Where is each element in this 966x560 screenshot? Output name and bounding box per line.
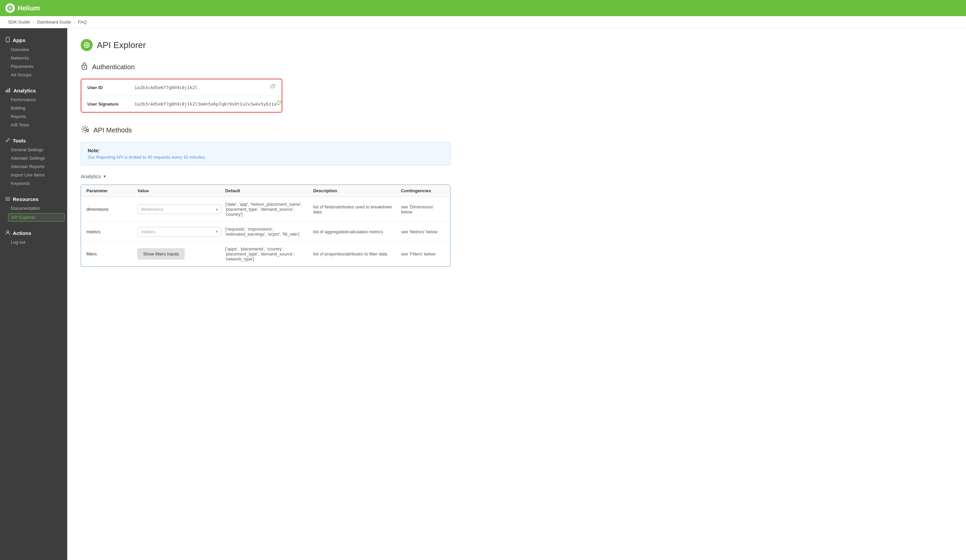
svg-point-12 [7,231,9,233]
desc-filters: list of properties/attributes to filter … [313,251,397,256]
sidebar-actions-label: Actions [13,230,31,236]
api-table-header: Parameter Value Default Description Cont… [81,185,450,197]
svg-rect-7 [9,88,10,92]
auth-credentials-box: User ID 1a2b3c4d5e6f7g8h9i0j1k2l User Si… [80,79,283,113]
sidebar-item-overview[interactable]: Overview [0,45,67,54]
api-methods-title: API Methods [94,126,132,134]
chevron-down-icon: ▾ [104,174,106,179]
note-text: Our Reporting API is limited to 40 reque… [88,154,444,160]
user-icon [5,230,10,236]
link-icon-sig[interactable] [277,100,282,107]
table-row-filters: filters Show filters Inputs ['apps', 'pl… [81,242,450,266]
sidebar-item-api-explorer[interactable]: API Explorer [8,213,64,222]
gear-icon [80,125,89,135]
value-filters[interactable]: Show filters Inputs [138,248,221,259]
cont-metrics: see 'Metrics' below [401,229,445,234]
analytics-label: Analytics [80,174,101,179]
sidebar-section-header-tools[interactable]: Tools [0,136,67,146]
sidebar-item-general-settings[interactable]: General Settings [0,146,67,154]
wrench-icon [5,138,10,143]
auth-section-title: Authentication [92,63,135,71]
logo-icon [5,3,15,13]
dimensions-select[interactable]: dimensions [138,204,221,214]
show-filters-button[interactable]: Show filters Inputs [138,248,184,259]
sidebar-tools-label: Tools [13,138,26,143]
breadcrumb-sdk-guide[interactable]: SDK Guide [8,20,30,25]
sidebar-item-performance[interactable]: Performance [0,95,67,104]
auth-row-user-id: User ID 1a2b3c4d5e6f7g8h9i0j1k2l [81,79,282,96]
desc-metrics: list of aggregated/calculated metrics [313,229,397,234]
lock-icon [80,62,88,72]
main-content: API Explorer Authentication User ID 1a2b… [67,28,966,560]
sidebar-resources-label: Resources [13,196,39,202]
app-title: Helium [18,4,40,12]
mobile-icon [5,37,10,43]
auth-user-id-label: User ID [87,85,135,90]
sidebar-item-adomain-settings[interactable]: Adomain Settings [0,154,67,163]
svg-rect-6 [7,89,8,92]
value-dimensions[interactable]: dimensions [138,204,221,214]
svg-point-17 [84,67,85,68]
auth-section-heading: Authentication [80,62,953,72]
link-icon-userid[interactable] [270,84,276,91]
breadcrumb-sep-1: › [33,20,34,25]
sidebar-section-header-analytics[interactable]: Analytics [0,86,67,95]
logo: Helium [5,3,40,13]
svg-point-4 [7,41,8,42]
sidebar-item-reports[interactable]: Reports [0,112,67,121]
sidebar-section-header-resources[interactable]: Resources [0,194,67,204]
default-filters: ['apps', 'placements', 'country', 'place… [225,246,309,261]
sidebar-section-header-actions[interactable]: Actions [0,228,67,238]
auth-user-sig-label: User Signature [87,102,135,107]
svg-point-8 [6,141,7,142]
default-dimensions: ['date', 'app', 'helium_placement_name',… [225,202,309,217]
api-table: Parameter Value Default Description Cont… [80,184,450,266]
default-metrics: ['requests', 'impressions', 'estimated_e… [225,227,309,236]
sidebar-item-import-line-items[interactable]: Import Line Items [0,171,67,179]
sidebar-item-documentation[interactable]: Documentation [0,204,67,212]
breadcrumb-faq[interactable]: FAQ [78,20,87,25]
sidebar-item-placements[interactable]: Placements [0,62,67,71]
topbar: Helium [0,0,966,16]
sidebar-item-logout[interactable]: Log out [0,238,67,246]
breadcrumb: SDK Guide › Dashboard Guide › FAQ [0,16,966,28]
breadcrumb-sep-2: › [74,20,75,25]
sidebar-item-keywords[interactable]: Keywords [0,179,67,187]
col-header-value: Value [138,188,221,193]
svg-rect-11 [5,200,10,201]
sidebar: Apps Overview Networks Placements Ad Gro… [0,28,67,560]
param-filters: filters [86,251,133,256]
sidebar-item-bidding[interactable]: Bidding [0,104,67,112]
svg-rect-5 [6,90,7,92]
page-title: API Explorer [97,40,146,51]
sidebar-item-adomain-reports[interactable]: Adomain Reports [0,163,67,171]
sidebar-section-actions: Actions Log out [0,228,67,246]
cont-dimensions: see 'Dimensions' below [401,204,445,214]
analytics-header[interactable]: Analytics ▾ [80,174,953,179]
sidebar-section-header-apps[interactable]: Apps [0,35,67,45]
value-metrics[interactable]: metrics [138,227,221,236]
param-dimensions: dimensions [86,207,133,212]
auth-user-id-value: 1a2b3c4d5e6f7g8h9i0j1k2l [135,85,270,90]
param-metrics: metrics [86,229,133,234]
breadcrumb-dashboard-guide[interactable]: Dashboard Guide [37,20,71,25]
api-explorer-icon [80,39,93,51]
note-box: Note: Our Reporting API is limited to 40… [80,142,450,165]
sidebar-item-ad-groups[interactable]: Ad Groups [0,71,67,79]
svg-rect-9 [5,197,10,198]
sidebar-item-ab-tests[interactable]: A/B Tests [0,121,67,129]
svg-rect-10 [5,199,10,199]
sidebar-item-networks[interactable]: Networks [0,54,67,62]
desc-dimensions: list of fields/attributes used to breakd… [313,204,397,214]
sidebar-analytics-label: Analytics [13,88,36,94]
sidebar-apps-label: Apps [13,37,26,43]
metrics-select[interactable]: metrics [138,227,221,236]
auth-user-sig-value: 1a2b3c4d5e6f7g8h9i0j1k2l3m4n5o6p7q8r9s0t… [135,102,277,107]
svg-point-15 [86,44,87,46]
table-row-dimensions: dimensions dimensions ['date', 'app', 'h… [81,197,450,222]
col-header-contingencies: Contingencies [401,188,445,193]
cont-filters: see 'Filters' below [401,251,445,256]
chart-icon [5,88,11,94]
api-methods-heading: API Methods [80,125,953,135]
page-header: API Explorer [80,39,953,51]
